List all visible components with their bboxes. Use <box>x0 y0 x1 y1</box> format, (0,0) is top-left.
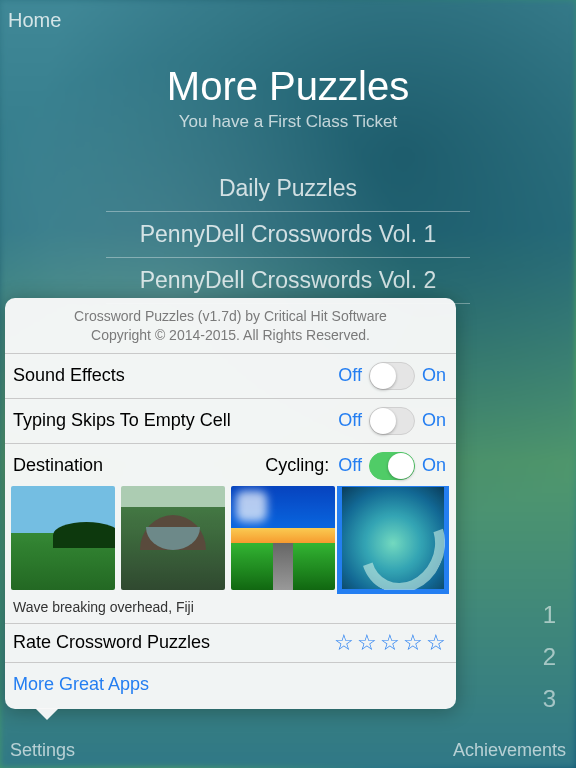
off-label: Off <box>338 365 362 386</box>
rate-label: Rate Crossword Puzzles <box>13 632 334 653</box>
on-label: On <box>422 410 446 431</box>
off-label: Off <box>338 410 362 431</box>
puzzle-category-list: Daily Puzzles PennyDell Crosswords Vol. … <box>106 166 470 304</box>
about-text: Crossword Puzzles (v1.7d) by Critical Hi… <box>5 298 456 353</box>
sound-effects-toggle[interactable] <box>369 362 415 390</box>
on-label: On <box>422 365 446 386</box>
achievements-button[interactable]: Achievements <box>453 740 566 761</box>
destination-thumb[interactable] <box>231 486 335 590</box>
rate-row[interactable]: Rate Crossword Puzzles ☆ ☆ ☆ ☆ ☆ <box>5 623 456 662</box>
more-great-apps-link[interactable]: More Great Apps <box>5 662 456 709</box>
star-icon[interactable]: ☆ <box>334 632 354 654</box>
rating-stars[interactable]: ☆ ☆ ☆ ☆ ☆ <box>334 632 446 654</box>
sound-effects-label: Sound Effects <box>13 365 338 386</box>
star-icon[interactable]: ☆ <box>403 632 423 654</box>
cycling-label: Cycling: <box>265 455 329 476</box>
destination-thumb[interactable] <box>11 486 115 590</box>
page-title: More Puzzles <box>0 64 576 109</box>
bg-number: 2 <box>543 643 556 671</box>
destination-thumb-selected[interactable] <box>341 486 445 590</box>
bg-number: 1 <box>543 601 556 629</box>
on-label: On <box>422 455 446 476</box>
settings-popover: Crossword Puzzles (v1.7d) by Critical Hi… <box>5 298 456 709</box>
destination-thumbnails <box>5 486 456 595</box>
background-numbers: 1 2 3 <box>543 601 556 713</box>
bottom-toolbar: Settings Achievements <box>0 732 576 768</box>
star-icon[interactable]: ☆ <box>380 632 400 654</box>
star-icon[interactable]: ☆ <box>426 632 446 654</box>
bg-number: 3 <box>543 685 556 713</box>
destination-section: Destination Cycling: Off On Wave breakin… <box>5 443 456 623</box>
star-icon[interactable]: ☆ <box>357 632 377 654</box>
settings-button[interactable]: Settings <box>10 740 75 761</box>
about-line: Copyright © 2014-2015. All Rights Reserv… <box>15 326 446 345</box>
about-line: Crossword Puzzles (v1.7d) by Critical Hi… <box>15 307 446 326</box>
home-button[interactable]: Home <box>8 9 61 32</box>
destination-label: Destination <box>13 455 103 476</box>
destination-thumb[interactable] <box>121 486 225 590</box>
typing-skips-label: Typing Skips To Empty Cell <box>13 410 338 431</box>
off-label: Off <box>338 455 362 476</box>
list-item[interactable]: Daily Puzzles <box>106 166 470 212</box>
destination-caption: Wave breaking overhead, Fiji <box>5 595 456 623</box>
typing-skips-row: Typing Skips To Empty Cell Off On <box>5 398 456 443</box>
list-item[interactable]: PennyDell Crosswords Vol. 1 <box>106 212 470 258</box>
page-subtitle: You have a First Class Ticket <box>0 112 576 132</box>
cycling-toggle[interactable] <box>369 452 415 480</box>
typing-skips-toggle[interactable] <box>369 407 415 435</box>
sound-effects-row: Sound Effects Off On <box>5 353 456 398</box>
